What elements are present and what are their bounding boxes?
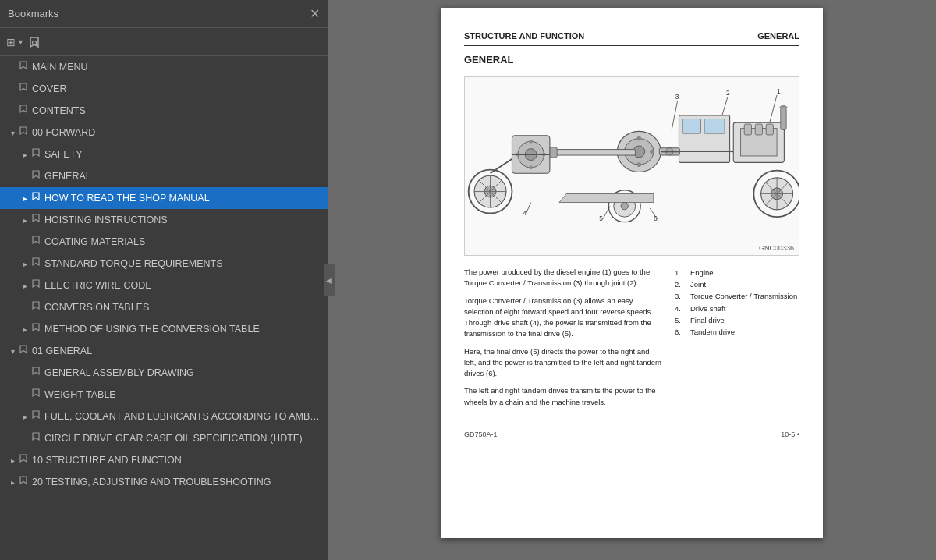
svg-point-33 xyxy=(529,166,533,170)
bookmark-item-fuel-coolant[interactable]: ▸FUEL, COOLANT AND LUBRICANTS ACCORDING … xyxy=(0,406,328,427)
page-container: STRUCTURE AND FUNCTION GENERAL GENERAL 3… xyxy=(441,8,823,538)
paragraph-4: The left and right tandem drives transmi… xyxy=(464,385,662,408)
expand-arrow-method-conversion[interactable]: ▸ xyxy=(19,323,31,335)
list-item-3: 3.Torque Converter / Transmission xyxy=(675,290,800,302)
collapse-panel-tab[interactable]: ◀ xyxy=(324,264,335,296)
bookmark-item-electric-wire[interactable]: ▸ELECTRIC WIRE CODE xyxy=(0,275,328,296)
svg-rect-12 xyxy=(755,124,762,135)
expand-arrow-fuel-coolant[interactable]: ▸ xyxy=(19,410,31,423)
bookmark-item-20-testing[interactable]: ▸20 TESTING, ADJUSTING AND TROUBLESHOOTI… xyxy=(0,471,328,493)
bookmark-label-cover: COVER xyxy=(32,83,66,94)
bookmark-item-circle-drive[interactable]: CIRCLE DRIVE GEAR CASE OIL SPECIFICATION… xyxy=(0,427,328,449)
list-item-4: 4.Drive shaft xyxy=(675,303,800,314)
list-item-label: Final drive xyxy=(690,314,725,326)
bookmark-flag-icon-hoisting xyxy=(31,214,41,227)
bookmark-item-01-general[interactable]: ▾01 GENERAL xyxy=(0,340,328,362)
page-main-title: GENERAL xyxy=(464,54,800,66)
bookmark-label-01-general: 01 GENERAL xyxy=(32,346,92,356)
svg-text:1: 1 xyxy=(777,87,781,95)
bookmark-label-10-structure: 10 STRUCTURE AND FUNCTION xyxy=(32,455,182,466)
svg-point-24 xyxy=(650,150,654,154)
bookmark-item-conversion-tables[interactable]: CONVERSION TABLES xyxy=(0,296,328,318)
list-item-label: Joint xyxy=(690,278,706,290)
bookmark-flag-icon-00-forward xyxy=(19,126,28,140)
diagram-container: 3 2 1 xyxy=(464,76,800,256)
bookmark-item-weight-table[interactable]: WEIGHT TABLE xyxy=(0,384,328,406)
expand-arrow-20-testing[interactable]: ▸ xyxy=(6,476,19,488)
svg-rect-14 xyxy=(781,108,786,130)
bookmark-item-10-structure[interactable]: ▸10 STRUCTURE AND FUNCTION xyxy=(0,449,328,471)
bookmarks-toolbar: ⊞ ▼ xyxy=(0,28,328,56)
svg-text:5: 5 xyxy=(599,214,603,222)
bookmark-item-coating[interactable]: COATING MATERIALS xyxy=(0,231,328,253)
bookmarks-list: MAIN MENUCOVERCONTENTS▾00 FORWARD▸SAFETY… xyxy=(0,56,328,560)
svg-rect-16 xyxy=(682,119,700,134)
bookmark-label-coating: COATING MATERIALS xyxy=(44,236,145,247)
expand-arrow-circle-drive xyxy=(19,432,31,445)
bookmark-flag-icon-fuel-coolant xyxy=(31,410,41,424)
bookmark-item-torque[interactable]: ▸STANDARD TORQUE REQUIREMENTS xyxy=(0,253,328,275)
bookmark-flag-icon-circle-drive xyxy=(31,432,41,445)
bookmark-flag-icon-method-conversion xyxy=(31,323,41,336)
list-item-6: 6.Tandem drive xyxy=(675,326,800,338)
bookmark-search-button[interactable] xyxy=(29,36,40,48)
list-item-label: Engine xyxy=(690,267,714,278)
close-button[interactable]: ✕ xyxy=(310,8,320,20)
chevron-down-icon: ▼ xyxy=(17,38,24,46)
page-footer: GD750A-1 10-5 • xyxy=(464,427,800,438)
expand-arrow-general xyxy=(19,170,31,183)
list-item-label: Tandem drive xyxy=(690,326,735,338)
bookmark-item-main-menu[interactable]: MAIN MENU xyxy=(0,56,328,78)
bookmark-label-electric-wire: ELECTRIC WIRE CODE xyxy=(44,280,152,291)
bookmark-label-main-menu: MAIN MENU xyxy=(32,62,88,73)
grid-view-button[interactable]: ⊞ ▼ xyxy=(6,36,24,48)
expand-arrow-00-forward[interactable]: ▾ xyxy=(6,126,19,139)
footer-left: GD750A-1 xyxy=(464,431,498,438)
bookmark-item-cover[interactable]: COVER xyxy=(0,78,328,100)
expand-arrow-electric-wire[interactable]: ▸ xyxy=(19,279,31,292)
bookmark-label-torque: STANDARD TORQUE REQUIREMENTS xyxy=(44,258,223,269)
expand-arrow-torque[interactable]: ▸ xyxy=(19,257,31,270)
expand-arrow-01-general[interactable]: ▾ xyxy=(6,345,19,357)
expand-arrow-main-menu xyxy=(6,61,19,73)
page-header-right: GENERAL xyxy=(757,31,800,41)
bookmark-item-safety[interactable]: ▸SAFETY xyxy=(0,144,328,165)
bookmark-label-conversion-tables: CONVERSION TABLES xyxy=(44,302,149,313)
svg-text:2: 2 xyxy=(726,89,730,97)
expand-arrow-10-structure[interactable]: ▸ xyxy=(6,454,19,466)
expand-arrow-hoisting[interactable]: ▸ xyxy=(19,214,31,226)
bookmark-label-method-conversion: METHOD OF USING THE CONVERSION TABLE xyxy=(44,324,260,335)
svg-rect-11 xyxy=(744,124,751,135)
bookmark-item-method-conversion[interactable]: ▸METHOD OF USING THE CONVERSION TABLE xyxy=(0,318,328,340)
bookmark-item-general[interactable]: GENERAL xyxy=(0,165,328,187)
bookmark-label-circle-drive: CIRCLE DRIVE GEAR CASE OIL SPECIFICATION… xyxy=(44,433,303,444)
bookmark-item-general-assembly[interactable]: GENERAL ASSEMBLY DRAWING xyxy=(0,362,328,384)
footer-right: 10-5 • xyxy=(781,431,800,438)
bookmark-flag-icon-coating xyxy=(31,236,41,249)
bookmark-item-00-forward[interactable]: ▾00 FORWARD xyxy=(0,122,328,144)
svg-rect-27 xyxy=(552,150,636,155)
list-item-5: 5.Final drive xyxy=(675,314,800,326)
expand-arrow-how-to-read[interactable]: ▸ xyxy=(19,192,31,204)
bookmark-flag-icon-contents xyxy=(19,105,28,118)
bookmarks-header: Bookmarks ✕ xyxy=(0,0,328,28)
list-item-num: 3. xyxy=(675,290,687,302)
drivetrain-diagram: 3 2 1 xyxy=(465,77,799,255)
svg-point-22 xyxy=(637,162,642,167)
expand-arrow-conversion-tables xyxy=(19,301,31,314)
bookmark-item-hoisting[interactable]: ▸HOISTING INSTRUCTIONS xyxy=(0,209,328,231)
bookmarks-title: Bookmarks xyxy=(8,8,58,19)
paragraph-1: The power produced by the diesel engine … xyxy=(464,267,662,289)
chevron-left-icon: ◀ xyxy=(326,276,332,285)
bookmark-label-hoisting: HOISTING INSTRUCTIONS xyxy=(44,214,168,225)
svg-point-52 xyxy=(621,203,628,210)
bookmark-flag-icon-10-structure xyxy=(19,454,28,467)
bookmark-flag-icon-electric-wire xyxy=(31,279,41,292)
page-header-left: STRUCTURE AND FUNCTION xyxy=(464,31,584,41)
bookmark-item-how-to-read[interactable]: ▸HOW TO READ THE SHOP MANUAL xyxy=(0,187,328,209)
bookmark-flag-icon-conversion-tables xyxy=(31,301,41,314)
expand-arrow-safety[interactable]: ▸ xyxy=(19,148,31,161)
bookmark-flag-icon-torque xyxy=(31,257,41,271)
bookmarks-panel: Bookmarks ✕ ⊞ ▼ MAIN MENUCOVERCONTENTS▾0… xyxy=(0,0,328,560)
bookmark-item-contents[interactable]: CONTENTS xyxy=(0,100,328,122)
